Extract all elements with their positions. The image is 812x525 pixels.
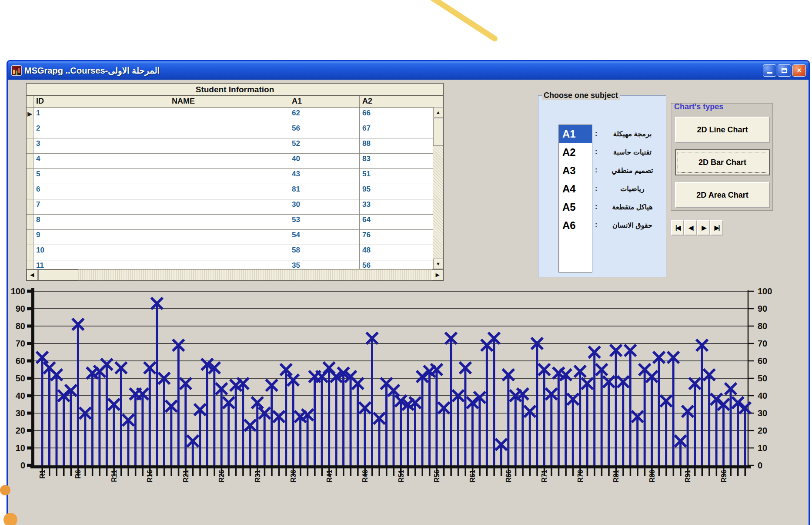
grid-cell[interactable]: 48 (360, 245, 433, 260)
grid-cell[interactable] (169, 245, 289, 260)
row-selector-cell[interactable] (27, 199, 33, 214)
bar-chart-button[interactable]: 2D Bar Chart (675, 149, 770, 175)
scroll-down-icon[interactable]: ▼ (433, 259, 443, 269)
scroll-up-icon[interactable]: ▲ (433, 107, 443, 118)
table-row[interactable]: 54351 (27, 169, 443, 184)
grid-cell[interactable]: 81 (289, 184, 360, 199)
subject-item-a2[interactable]: A2 (559, 143, 592, 162)
grid-cell[interactable]: 40 (289, 154, 360, 168)
subject-item-a6[interactable]: A6 (559, 216, 592, 235)
subject-item-a3[interactable]: A3 (559, 162, 592, 180)
close-button[interactable]: × (792, 64, 806, 77)
grid-cell[interactable]: 30 (289, 199, 360, 214)
col-header-a2[interactable]: A2 (360, 96, 433, 108)
grid-cell[interactable] (169, 215, 289, 229)
grid-cell[interactable]: 76 (360, 230, 433, 245)
table-row[interactable]: 73033 (27, 199, 443, 215)
stem (264, 413, 266, 465)
x-axis-label: R71 (541, 470, 548, 482)
row-selector-cell[interactable] (27, 138, 33, 153)
grid-cell[interactable]: 67 (360, 123, 433, 138)
first-record-button[interactable]: |◀ (671, 220, 684, 236)
row-selector-cell[interactable] (27, 123, 33, 138)
grid-cell[interactable] (169, 123, 289, 138)
grid-cell[interactable]: 9 (33, 230, 169, 245)
grid-cell[interactable] (169, 154, 289, 168)
grid-cell[interactable]: 53 (289, 215, 360, 229)
y-axis-label-right: 90 (758, 304, 767, 313)
maximize-button[interactable] (778, 64, 791, 77)
last-record-button[interactable]: ▶| (710, 220, 723, 236)
stem (98, 371, 100, 465)
grid-cell[interactable]: 33 (360, 199, 433, 214)
grid-cell[interactable] (169, 138, 289, 153)
x-axis-tick (314, 468, 316, 476)
line-chart-button[interactable]: 2D Line Chart (675, 117, 770, 143)
grid-cell[interactable]: 58 (289, 245, 360, 260)
grid-cell[interactable] (169, 108, 289, 123)
col-header-id[interactable]: ID (33, 96, 169, 108)
subject-label-row: :رياضيات (595, 179, 664, 198)
area-chart-button[interactable]: 2D Area Chart (675, 182, 770, 208)
minimize-button[interactable] (763, 64, 776, 77)
grid-cell[interactable]: 5 (33, 169, 169, 184)
table-row[interactable]: 68195 (27, 184, 443, 199)
row-selector-cell[interactable] (27, 154, 33, 168)
subject-item-a1[interactable]: A1 (559, 125, 592, 143)
row-selector-cell[interactable] (27, 245, 33, 260)
grid-vertical-scrollbar[interactable]: ▲ ▼ (433, 107, 443, 269)
grid-cell[interactable]: 54 (289, 230, 360, 245)
table-row[interactable]: ▶16266 (27, 108, 443, 123)
grid-cell[interactable]: 52 (289, 138, 360, 153)
table-row[interactable]: 105848 (27, 245, 443, 260)
grid-cell[interactable]: 4 (33, 154, 169, 168)
grid-cell[interactable] (169, 184, 289, 199)
grid-cell[interactable]: 56 (289, 123, 360, 138)
vscroll-thumb[interactable] (433, 118, 443, 146)
table-row[interactable]: 44083 (27, 154, 443, 169)
title-bar[interactable]: MSGrapg ..Courses-المرحلة الاولى × (8, 61, 809, 80)
row-selector-cell[interactable] (27, 169, 33, 184)
grid-cell[interactable]: 95 (360, 184, 433, 199)
grid-cell[interactable]: 66 (360, 108, 433, 123)
subject-item-a5[interactable]: A5 (559, 198, 592, 216)
next-record-button[interactable]: ▶ (697, 220, 710, 236)
row-selector-cell[interactable] (27, 184, 33, 199)
col-header-a1[interactable]: A1 (289, 96, 360, 108)
grid-cell[interactable]: 62 (289, 108, 360, 123)
grid-cell[interactable]: 10 (33, 245, 169, 260)
row-selector-cell[interactable]: ▶ (27, 108, 33, 123)
table-row[interactable]: 35288 (27, 138, 443, 154)
row-selector-cell[interactable] (27, 230, 33, 245)
y-axis-label-right: 70 (758, 339, 767, 348)
row-selector-cell[interactable] (27, 215, 33, 229)
grid-cell[interactable] (169, 169, 289, 184)
stem (213, 368, 215, 465)
grid-cell[interactable]: 2 (33, 123, 169, 138)
subject-item-a4[interactable]: A4 (559, 180, 592, 198)
table-row[interactable]: 95476 (27, 230, 443, 245)
grid-cell[interactable]: 88 (360, 138, 433, 153)
table-row[interactable]: 25667 (27, 123, 443, 138)
grid-cell[interactable]: 1 (33, 108, 169, 123)
grid-cell[interactable]: 8 (33, 215, 169, 229)
student-grid[interactable]: Student Information ID NAME A1 A2 ▶16266… (26, 83, 444, 281)
stem (41, 357, 43, 465)
grid-cell[interactable] (169, 199, 289, 214)
table-row[interactable]: 85364 (27, 215, 443, 230)
grid-cell[interactable]: 51 (360, 169, 433, 184)
col-header-name[interactable]: NAME (169, 96, 289, 108)
grid-cell[interactable]: 83 (360, 154, 433, 168)
grid-cell[interactable]: 7 (33, 199, 169, 214)
stem (515, 396, 517, 465)
grid-cell[interactable]: 43 (289, 169, 360, 184)
grid-cell[interactable] (169, 230, 289, 245)
grid-cell[interactable]: 6 (33, 184, 169, 199)
x-axis-tick (164, 468, 165, 476)
subject-arabic-label: تصميم منطقي (601, 166, 664, 175)
grid-cell[interactable]: 64 (360, 215, 433, 229)
x-axis-label: R6 (74, 470, 82, 479)
previous-record-button[interactable]: ◀ (684, 220, 697, 236)
subject-listbox[interactable]: A1A2A3A4A5A6 (558, 125, 592, 273)
grid-cell[interactable]: 3 (33, 138, 169, 153)
